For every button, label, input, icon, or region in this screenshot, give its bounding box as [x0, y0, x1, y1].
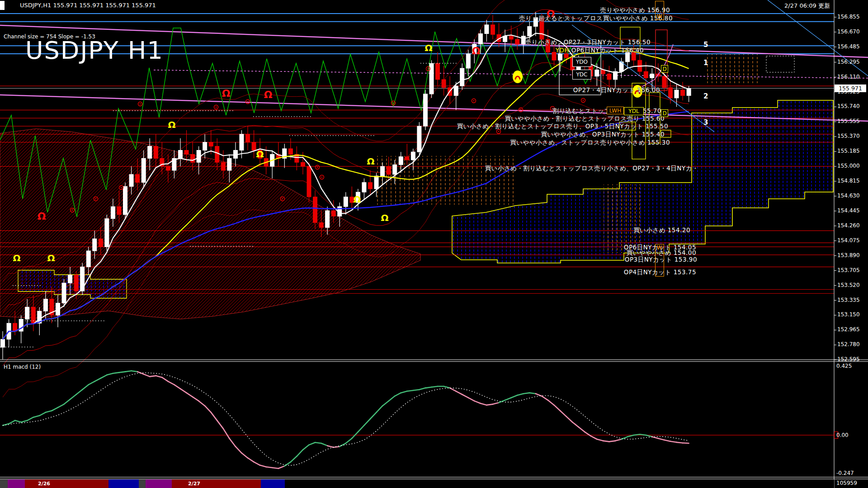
svg-text:Ω: Ω [256, 149, 264, 160]
svg-text:Ω: Ω [353, 194, 361, 205]
svg-text:Ω: Ω [38, 211, 46, 222]
svg-text:Ω: Ω [472, 45, 481, 56]
svg-text:Ω: Ω [168, 119, 175, 130]
svg-text:Ω: Ω [47, 253, 55, 263]
main-chart-canvas: ΩΩΩΩΩΩΩΩΩΩΩΩΩ [0, 0, 868, 488]
svg-text:Ω: Ω [381, 212, 388, 223]
svg-text:Ω: Ω [222, 88, 231, 99]
macd-toggle-button[interactable]: macd ON [407, 480, 438, 488]
svg-text:Ω: Ω [13, 253, 20, 263]
svg-text:Ω: Ω [547, 8, 555, 19]
svg-text:Ω: Ω [264, 89, 273, 100]
svg-text:Ω: Ω [367, 156, 374, 167]
svg-text:Ω: Ω [425, 42, 432, 53]
mt4-chart-window: ΩΩΩΩΩΩΩΩΩΩΩΩΩ USDJPY,H1 155.971 155.971 … [0, 0, 868, 488]
